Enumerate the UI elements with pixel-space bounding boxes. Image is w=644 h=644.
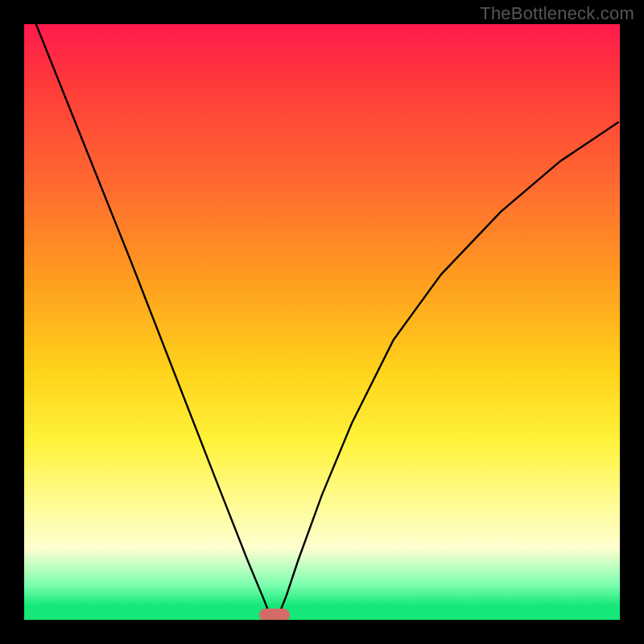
chart-frame: TheBottleneck.com	[0, 0, 644, 644]
curve-svg	[24, 24, 620, 620]
curve-path	[36, 24, 618, 619]
watermark-text: TheBottleneck.com	[480, 3, 634, 24]
plot-area	[24, 24, 620, 620]
bottleneck-marker	[259, 609, 290, 620]
